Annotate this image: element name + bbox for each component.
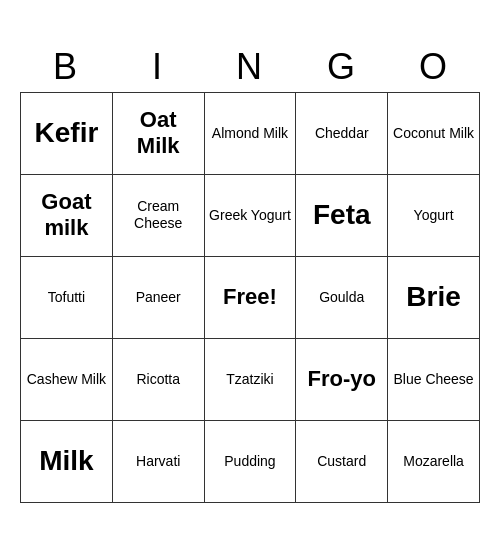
cell-r0-c3: Cheddar xyxy=(296,92,388,174)
cell-r2-c0: Tofutti xyxy=(21,256,113,338)
bingo-grid: KefirOat MilkAlmond MilkCheddarCoconut M… xyxy=(20,92,480,503)
cell-r4-c3: Custard xyxy=(296,420,388,502)
cell-r4-c2: Pudding xyxy=(204,420,296,502)
cell-r1-c3: Feta xyxy=(296,174,388,256)
cell-r1-c2: Greek Yogurt xyxy=(204,174,296,256)
header-g: G xyxy=(296,42,388,92)
bingo-header: B I N G O xyxy=(20,42,480,92)
header-b: B xyxy=(20,42,112,92)
cell-r3-c0: Cashew Milk xyxy=(21,338,113,420)
cell-r3-c4: Blue Cheese xyxy=(388,338,480,420)
cell-r0-c2: Almond Milk xyxy=(204,92,296,174)
header-i: I xyxy=(112,42,204,92)
cell-r3-c1: Ricotta xyxy=(112,338,204,420)
cell-r2-c2: Free! xyxy=(204,256,296,338)
cell-r4-c4: Mozarella xyxy=(388,420,480,502)
cell-r4-c0: Milk xyxy=(21,420,113,502)
cell-r0-c0: Kefir xyxy=(21,92,113,174)
cell-r1-c4: Yogurt xyxy=(388,174,480,256)
cell-r4-c1: Harvati xyxy=(112,420,204,502)
cell-r3-c3: Fro-yo xyxy=(296,338,388,420)
cell-r3-c2: Tzatziki xyxy=(204,338,296,420)
cell-r2-c3: Goulda xyxy=(296,256,388,338)
cell-r0-c4: Coconut Milk xyxy=(388,92,480,174)
cell-r1-c1: Cream Cheese xyxy=(112,174,204,256)
cell-r2-c1: Paneer xyxy=(112,256,204,338)
header-n: N xyxy=(204,42,296,92)
cell-r1-c0: Goat milk xyxy=(21,174,113,256)
cell-r2-c4: Brie xyxy=(388,256,480,338)
cell-r0-c1: Oat Milk xyxy=(112,92,204,174)
header-o: O xyxy=(388,42,480,92)
